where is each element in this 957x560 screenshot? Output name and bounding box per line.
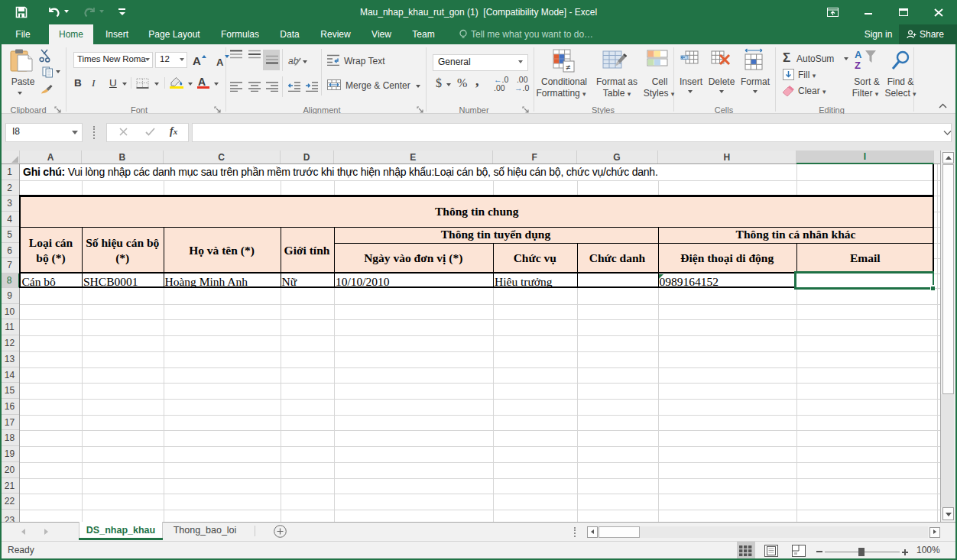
svg-text:ab: ab	[288, 56, 299, 66]
svg-text:Z: Z	[855, 60, 861, 71]
svg-text:A: A	[855, 49, 862, 60]
svg-text:≠: ≠	[566, 63, 570, 72]
